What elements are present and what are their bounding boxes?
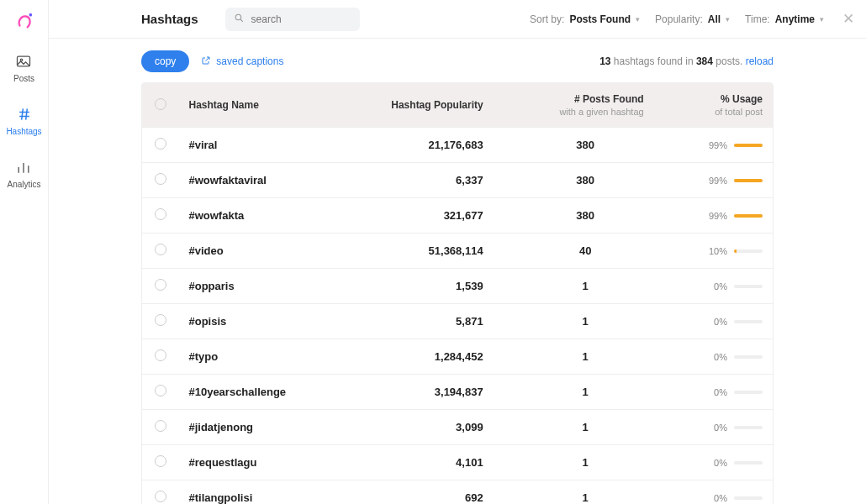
table-row: #opisis5,87110%: [142, 304, 773, 339]
reload-link[interactable]: reload: [746, 55, 774, 67]
table-row: #jidatjenong3,09910%: [142, 410, 773, 445]
hashtag-name: #jidatjenong: [178, 410, 361, 445]
svg-point-0: [29, 13, 32, 17]
external-link-icon: [201, 55, 211, 68]
table-row: #10yearschallenge3,194,83710%: [142, 375, 773, 410]
posts-found: 1: [517, 445, 654, 480]
hashtag-name: #wowfaktaviral: [178, 163, 361, 198]
table-row: #video51,368,1144010%: [142, 234, 773, 269]
hashtag-popularity: 5,871: [362, 304, 517, 339]
page-title: Hashtags: [141, 12, 198, 26]
posts-found: 1: [517, 339, 654, 375]
search-input[interactable]: [251, 13, 378, 25]
table-row: #viral21,176,68338099%: [142, 128, 773, 163]
row-checkbox[interactable]: [155, 349, 166, 361]
popularity-dropdown[interactable]: Popularity: All ▾: [655, 13, 730, 25]
usage-bar: [734, 320, 763, 323]
svg-point-3: [235, 14, 241, 20]
col-popularity[interactable]: Hashtag Popularity: [362, 83, 517, 128]
hashtag-name: #opisis: [178, 304, 361, 339]
popularity-value: All: [708, 13, 721, 25]
sort-dropdown[interactable]: Sort by: Posts Found ▾: [530, 13, 640, 25]
usage-pct: 0%: [714, 281, 727, 291]
hashtag-name: #requestlagu: [178, 445, 361, 480]
saved-captions-button[interactable]: saved captions: [201, 55, 283, 68]
search-input-wrap[interactable]: [225, 8, 360, 31]
close-icon[interactable]: ✕: [842, 10, 854, 28]
row-checkbox[interactable]: [155, 385, 166, 396]
usage-bar: [734, 214, 763, 218]
posts-found: 1: [517, 269, 654, 304]
time-label: Time:: [745, 13, 770, 25]
row-checkbox[interactable]: [155, 173, 166, 185]
posts-found: 40: [517, 234, 654, 269]
hashtag-name: #typo: [178, 339, 361, 375]
sort-label: Sort by:: [530, 13, 564, 25]
usage-pct: 99%: [709, 211, 727, 221]
usage-bar: [734, 144, 763, 147]
table-row: #tilangpolisi69210%: [142, 480, 773, 505]
popularity-label: Popularity:: [655, 13, 703, 25]
row-checkbox[interactable]: [155, 279, 166, 291]
posts-count: 384: [696, 55, 713, 67]
app-logo: [15, 12, 34, 30]
row-checkbox[interactable]: [155, 420, 166, 432]
hashtag-popularity: 3,099: [362, 410, 517, 445]
table-row: #opparis1,53910%: [142, 269, 773, 304]
usage-pct: 0%: [714, 317, 727, 327]
hashtag-name: #opparis: [178, 269, 361, 304]
row-checkbox[interactable]: [155, 244, 166, 255]
hashtag-popularity: 4,101: [362, 445, 517, 480]
time-value: Anytime: [775, 13, 815, 25]
usage-bar: [734, 461, 763, 465]
chevron-down-icon: ▾: [820, 15, 824, 24]
hashtag-name: #tilangpolisi: [178, 480, 361, 505]
col-posts-found[interactable]: # Posts Foundwith a given hashtag: [517, 83, 654, 128]
sort-value: Posts Found: [569, 13, 631, 25]
posts-found: 1: [517, 410, 654, 445]
usage-pct: 0%: [714, 423, 727, 433]
table-row: #typo1,284,45210%: [142, 339, 773, 375]
usage: 0%: [664, 281, 763, 291]
row-checkbox[interactable]: [155, 491, 166, 502]
nav-label: Posts: [13, 74, 34, 83]
toolbar: copy saved captions 13 hashtags found in…: [49, 50, 866, 72]
usage: 99%: [664, 176, 763, 186]
nav-analytics[interactable]: Analytics: [7, 158, 40, 189]
table-row: #wowfaktaviral6,33738099%: [142, 163, 773, 198]
nav-label: Analytics: [7, 180, 40, 189]
row-checkbox[interactable]: [155, 455, 166, 467]
posts-found: 380: [517, 128, 654, 163]
usage-pct: 0%: [714, 493, 727, 503]
hashtag-popularity: 3,194,837: [362, 375, 517, 410]
nav-posts[interactable]: Posts: [13, 52, 34, 83]
topbar-filters: Sort by: Posts Found ▾ Popularity: All ▾…: [530, 10, 854, 28]
col-usage[interactable]: % Usageof total post: [654, 83, 773, 128]
usage: 10%: [664, 246, 763, 256]
hashtag-popularity: 1,539: [362, 269, 517, 304]
time-dropdown[interactable]: Time: Anytime ▾: [745, 13, 824, 25]
hashtag-popularity: 21,176,683: [362, 128, 517, 163]
usage-pct: 99%: [709, 176, 727, 186]
chevron-down-icon: ▾: [636, 15, 640, 24]
select-all-header: [142, 83, 178, 128]
copy-button[interactable]: copy: [141, 50, 189, 72]
row-checkbox[interactable]: [155, 208, 166, 220]
usage-bar: [734, 285, 763, 288]
usage: 0%: [664, 317, 763, 327]
hashtag-popularity: 321,677: [362, 198, 517, 234]
row-checkbox[interactable]: [155, 314, 166, 326]
posts-found: 1: [517, 375, 654, 410]
topbar: Hashtags Sort by: Posts Found ▾ Populari…: [49, 0, 866, 39]
posts-found: 1: [517, 304, 654, 339]
row-checkbox[interactable]: [155, 138, 166, 150]
status-text: 13 hashtags found in 384 posts. reload: [599, 55, 774, 67]
usage-bar: [734, 355, 763, 359]
posts-found: 1: [517, 480, 654, 505]
select-all-checkbox[interactable]: [155, 98, 166, 110]
nav-hashtags[interactable]: Hashtags: [6, 105, 41, 136]
usage: 0%: [664, 423, 763, 433]
chevron-down-icon: ▾: [726, 15, 730, 24]
col-hashtag-name[interactable]: Hashtag Name: [178, 83, 361, 128]
sidebar: Posts Hashtags Analytics: [0, 0, 49, 504]
